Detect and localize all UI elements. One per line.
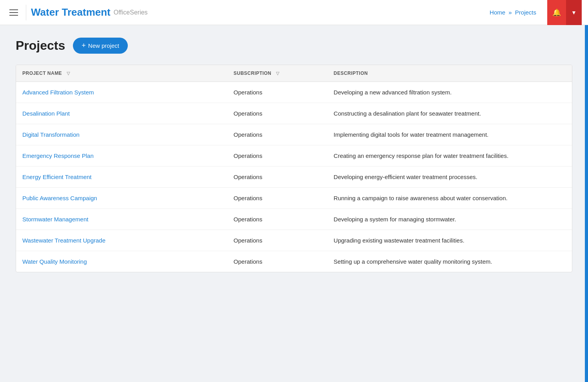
- project-name-link[interactable]: Stormwater Management: [22, 216, 88, 223]
- col-header-subscription[interactable]: SUBSCRIPTION ▽: [227, 65, 327, 82]
- user-dropdown-button[interactable]: ▼: [566, 0, 582, 25]
- subscription-cell: Operations: [227, 124, 327, 145]
- bell-icon: 🔔: [552, 8, 561, 17]
- project-name-cell: Wastewater Treatment Upgrade: [16, 230, 227, 251]
- subscription-cell: Operations: [227, 167, 327, 188]
- table-row: Public Awareness CampaignOperationsRunni…: [16, 188, 572, 209]
- new-project-label: New project: [88, 42, 119, 49]
- subscription-cell: Operations: [227, 103, 327, 124]
- table-row: Advanced Filtration SystemOperationsDeve…: [16, 82, 572, 103]
- hamburger-menu[interactable]: [6, 6, 21, 19]
- table-row: Emergency Response PlanOperationsCreatin…: [16, 145, 572, 167]
- description-cell: Setting up a comprehensive water quality…: [327, 251, 572, 272]
- table-row: Energy Efficient TreatmentOperationsDeve…: [16, 167, 572, 188]
- description-cell: Developing energy-efficient water treatm…: [327, 167, 572, 188]
- project-name-link[interactable]: Energy Efficient Treatment: [22, 174, 91, 180]
- description-cell: Constructing a desalination plant for se…: [327, 103, 572, 124]
- subscription-cell: Operations: [227, 230, 327, 251]
- filter-name-icon[interactable]: ▽: [67, 71, 70, 76]
- project-name-cell: Stormwater Management: [16, 209, 227, 230]
- subscription-cell: Operations: [227, 209, 327, 230]
- col-header-description: DESCRIPTION: [327, 65, 572, 82]
- description-cell: Developing a new advanced filtration sys…: [327, 82, 572, 103]
- filter-sub-icon[interactable]: ▽: [276, 71, 279, 76]
- page-title: Projects: [16, 38, 65, 53]
- right-scrollbar-bar: [585, 0, 588, 382]
- col-header-name[interactable]: PROJECT NAME ▽: [16, 65, 227, 82]
- project-name-link[interactable]: Public Awareness Campaign: [22, 195, 97, 201]
- table-row: Digital TransformationOperationsImplemen…: [16, 124, 572, 145]
- notification-bell-button[interactable]: 🔔: [547, 0, 566, 25]
- project-name-cell: Digital Transformation: [16, 124, 227, 145]
- project-name-cell: Public Awareness Campaign: [16, 188, 227, 209]
- header-divider: [26, 5, 26, 20]
- description-cell: Running a campaign to raise awareness ab…: [327, 188, 572, 209]
- table-row: Wastewater Treatment UpgradeOperationsUp…: [16, 230, 572, 251]
- project-name-cell: Desalination Plant: [16, 103, 227, 124]
- subscription-cell: Operations: [227, 145, 327, 167]
- project-name-cell: Emergency Response Plan: [16, 145, 227, 167]
- plus-icon: +: [82, 42, 86, 50]
- project-name-link[interactable]: Wastewater Treatment Upgrade: [22, 237, 105, 244]
- header-actions: 🔔 ▼: [547, 0, 582, 25]
- description-cell: Implementing digital tools for water tre…: [327, 124, 572, 145]
- table-row: Stormwater ManagementOperationsDevelopin…: [16, 209, 572, 230]
- project-name-link[interactable]: Desalination Plant: [22, 110, 70, 117]
- project-name-link[interactable]: Water Quality Monitoring: [22, 258, 87, 265]
- table-row: Desalination PlantOperationsConstructing…: [16, 103, 572, 124]
- project-name-cell: Energy Efficient Treatment: [16, 167, 227, 188]
- project-name-link[interactable]: Digital Transformation: [22, 131, 80, 138]
- table-row: Water Quality MonitoringOperationsSettin…: [16, 251, 572, 272]
- chevron-down-icon: ▼: [571, 9, 577, 16]
- breadcrumb-separator: »: [508, 9, 512, 16]
- subscription-cell: Operations: [227, 251, 327, 272]
- project-name-link[interactable]: Advanced Filtration System: [22, 89, 94, 96]
- page-header: Projects + New project: [16, 38, 572, 54]
- subscription-cell: Operations: [227, 188, 327, 209]
- app-title: Water Treatment: [31, 6, 111, 18]
- app-header: Water Treatment OfficeSeries Home » Proj…: [0, 0, 588, 25]
- table-body: Advanced Filtration SystemOperationsDeve…: [16, 82, 572, 272]
- projects-table: PROJECT NAME ▽ SUBSCRIPTION ▽ DESCRIPTIO…: [16, 65, 572, 272]
- project-name-link[interactable]: Emergency Response Plan: [22, 152, 94, 159]
- subscription-cell: Operations: [227, 82, 327, 103]
- main-content: Projects + New project PROJECT NAME ▽ SU…: [0, 25, 588, 285]
- projects-table-container: PROJECT NAME ▽ SUBSCRIPTION ▽ DESCRIPTIO…: [16, 65, 572, 272]
- breadcrumb-home[interactable]: Home: [490, 9, 505, 16]
- description-cell: Upgrading existing wastewater treatment …: [327, 230, 572, 251]
- table-header-row: PROJECT NAME ▽ SUBSCRIPTION ▽ DESCRIPTIO…: [16, 65, 572, 82]
- breadcrumb-current[interactable]: Projects: [515, 9, 536, 16]
- description-cell: Developing a system for managing stormwa…: [327, 209, 572, 230]
- new-project-button[interactable]: + New project: [73, 38, 128, 54]
- project-name-cell: Advanced Filtration System: [16, 82, 227, 103]
- project-name-cell: Water Quality Monitoring: [16, 251, 227, 272]
- description-cell: Creating an emergency response plan for …: [327, 145, 572, 167]
- breadcrumb: Home » Projects: [490, 9, 536, 16]
- app-subtitle: OfficeSeries: [114, 9, 148, 16]
